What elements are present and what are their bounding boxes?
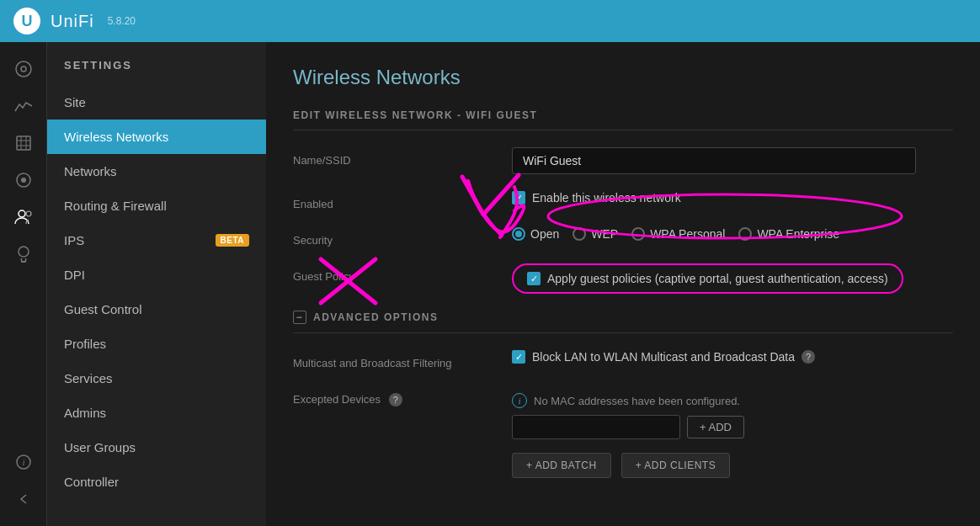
- info-circle-icon: i: [512, 393, 527, 408]
- enabled-label: Enabled: [293, 191, 495, 210]
- sidebar-item-networks[interactable]: Networks: [47, 154, 266, 189]
- security-wpa-personal-label: WPA Personal: [650, 227, 725, 241]
- nav-devices-icon[interactable]: [7, 163, 40, 197]
- svg-rect-2: [17, 136, 30, 150]
- guest-policy-checkbox-label: Apply guest policies (captive portal, gu…: [547, 272, 888, 285]
- excepted-devices-row: Excepted Devices ? i No MAC addresses ha…: [293, 386, 953, 478]
- enabled-row: Enabled ✓ Enable this wireless network: [293, 191, 953, 210]
- svg-point-11: [19, 247, 29, 257]
- svg-point-9: [19, 210, 25, 217]
- add-button[interactable]: + ADD: [687, 416, 744, 438]
- excepted-devices-control: i No MAC addresses have been configured.…: [512, 386, 953, 478]
- name-ssid-row: Name/SSID: [293, 147, 953, 174]
- security-open-radio[interactable]: [512, 227, 525, 241]
- enabled-checkbox[interactable]: ✓: [512, 191, 525, 205]
- advanced-collapse-btn[interactable]: −: [293, 311, 306, 324]
- edit-section-title: EDIT WIRELESS NETWORK - WIFI GUEST: [293, 109, 953, 130]
- sidebar-heading: SETTINGS: [47, 59, 266, 85]
- security-wpa-enterprise-radio[interactable]: [738, 227, 752, 241]
- enabled-checkbox-label: Enable this wireless network: [532, 191, 681, 205]
- security-label: Security: [293, 227, 495, 247]
- content-area: Wireless Networks EDIT WIRELESS NETWORK …: [266, 42, 980, 526]
- security-open[interactable]: Open: [512, 227, 559, 241]
- security-control: Open WEP WPA Personal WPA Enterprise: [512, 227, 953, 241]
- multicast-control: ✓ Block LAN to WLAN Multicast and Broadc…: [512, 350, 953, 364]
- logo-icon: U: [13, 8, 40, 35]
- add-input-row: + ADD: [512, 415, 953, 439]
- enabled-control: ✓ Enable this wireless network: [512, 191, 953, 205]
- security-wpa-personal[interactable]: WPA Personal: [631, 227, 725, 241]
- svg-point-1: [21, 66, 26, 72]
- mac-address-input[interactable]: [512, 415, 680, 439]
- multicast-row: Multicast and Broadcast Filtering ✓ Bloc…: [293, 350, 953, 369]
- guest-policy-checkbox[interactable]: ✓: [527, 272, 541, 285]
- nav-map-icon[interactable]: [7, 126, 40, 160]
- icon-sidebar: i: [0, 42, 47, 526]
- svg-text:i: i: [22, 457, 24, 467]
- sidebar-item-user-groups[interactable]: User Groups: [47, 430, 266, 465]
- sidebar-item-dpi[interactable]: DPI: [47, 258, 266, 292]
- security-wep-radio[interactable]: [573, 227, 586, 241]
- guest-policy-row: Guest Policy ✓ Apply guest policies (cap…: [293, 263, 953, 294]
- name-ssid-input[interactable]: [512, 147, 916, 174]
- nav-clients-icon[interactable]: [7, 200, 40, 234]
- bottom-buttons: + ADD BATCH + ADD CLIENTS: [512, 453, 953, 478]
- sidebar-item-ips[interactable]: IPS BETA: [47, 223, 266, 258]
- name-ssid-field-wrapper: [512, 147, 953, 174]
- security-wpa-personal-radio[interactable]: [631, 227, 645, 241]
- sidebar-item-controller[interactable]: Controller: [47, 465, 266, 499]
- guest-policy-label: Guest Policy: [293, 263, 495, 283]
- multicast-checkbox-label: Block LAN to WLAN Multicast and Broadcas…: [532, 350, 795, 364]
- security-row: Security Open WEP WPA Personal: [293, 227, 953, 247]
- no-mac-notice: i No MAC addresses have been configured.: [512, 393, 953, 408]
- nav-dashboard-icon[interactable]: [7, 52, 40, 86]
- sidebar-item-wireless-networks[interactable]: Wireless Networks: [47, 120, 266, 154]
- sidebar-item-services[interactable]: Services: [47, 361, 266, 396]
- security-wep-label: WEP: [591, 227, 618, 241]
- nav-back-icon[interactable]: [7, 482, 40, 516]
- svg-point-8: [21, 178, 26, 183]
- topbar: U UniFi 5.8.20: [0, 0, 980, 42]
- nav-info-icon[interactable]: i: [7, 445, 40, 479]
- beta-badge: BETA: [216, 234, 249, 247]
- enabled-checkbox-row[interactable]: ✓ Enable this wireless network: [512, 191, 953, 205]
- nav-stats-icon[interactable]: [7, 89, 40, 123]
- svg-point-0: [16, 61, 31, 77]
- multicast-label: Multicast and Broadcast Filtering: [293, 350, 495, 369]
- guest-policy-control: ✓ Apply guest policies (captive portal, …: [512, 263, 953, 294]
- sidebar-item-admins[interactable]: Admins: [47, 396, 266, 430]
- brand-name: UniFi: [51, 12, 94, 31]
- svg-point-10: [26, 211, 31, 216]
- sidebar-item-profiles[interactable]: Profiles: [47, 327, 266, 361]
- multicast-help-icon[interactable]: ?: [802, 350, 815, 364]
- multicast-checkbox[interactable]: ✓: [512, 350, 525, 364]
- multicast-checkbox-row[interactable]: ✓ Block LAN to WLAN Multicast and Broadc…: [512, 350, 953, 364]
- sidebar-item-routing-firewall[interactable]: Routing & Firewall: [47, 189, 266, 223]
- security-wpa-enterprise[interactable]: WPA Enterprise: [738, 227, 839, 241]
- security-open-label: Open: [530, 227, 559, 241]
- name-ssid-label: Name/SSID: [293, 147, 495, 167]
- version-label: 5.8.20: [108, 15, 136, 27]
- security-wep[interactable]: WEP: [573, 227, 618, 241]
- excepted-devices-label: Excepted Devices ?: [293, 386, 495, 406]
- settings-sidebar: SETTINGS Site Wireless Networks Networks…: [47, 42, 266, 526]
- add-clients-button[interactable]: + ADD CLIENTS: [621, 453, 731, 478]
- sidebar-item-site[interactable]: Site: [47, 85, 266, 120]
- add-batch-button[interactable]: + ADD BATCH: [512, 453, 611, 478]
- main-layout: i SETTINGS Site Wireless Networks Networ…: [0, 42, 980, 526]
- guest-policy-box[interactable]: ✓ Apply guest policies (captive portal, …: [512, 263, 903, 294]
- page-title: Wireless Networks: [293, 66, 953, 89]
- sidebar-item-guest-control[interactable]: Guest Control: [47, 292, 266, 327]
- advanced-section-title: − ADVANCED OPTIONS: [293, 311, 953, 333]
- security-radio-group: Open WEP WPA Personal WPA Enterprise: [512, 227, 953, 241]
- excepted-devices-help-icon[interactable]: ?: [389, 393, 402, 406]
- security-wpa-enterprise-label: WPA Enterprise: [757, 227, 839, 241]
- nav-insights-icon[interactable]: [7, 237, 40, 271]
